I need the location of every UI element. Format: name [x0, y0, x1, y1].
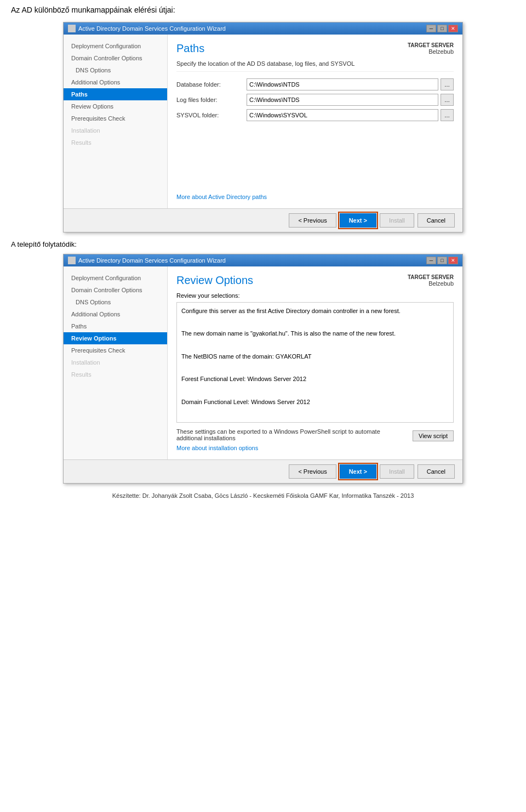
review-line-7 [181, 385, 449, 396]
review-line-6: Forest Functional Level: Windows Server … [181, 374, 449, 384]
wizard-review-window: Active Directory Domain Services Configu… [63, 254, 463, 484]
database-folder-input-wrap: … [247, 78, 454, 90]
nav-dc-options-2[interactable]: Domain Controller Options [64, 284, 167, 296]
more-about-install-link[interactable]: More about installation options [176, 445, 258, 451]
target-server-1: TARGET SERVER Belzebub [408, 42, 454, 55]
review-line-8: Domain Functional Level: Windows Server … [181, 397, 449, 407]
previous-btn-2[interactable]: < Previous [289, 464, 336, 479]
wizard-nav-2: Deployment Configuration Domain Controll… [64, 266, 168, 459]
log-folder-row: Log files folder: … [176, 94, 454, 106]
target-server-label-1: TARGET SERVER [408, 42, 454, 48]
nav-paths-1[interactable]: Paths [64, 88, 167, 100]
previous-btn-1[interactable]: < Previous [289, 213, 336, 228]
review-line-10: Additional Options: [181, 419, 449, 423]
review-line-1 [181, 317, 449, 328]
wizard-content-2: Review Options TARGET SERVER Belzebub Re… [168, 266, 462, 459]
titlebar-left-1: Active Directory Domain Services Configu… [68, 25, 226, 32]
nav-paths-2[interactable]: Paths [64, 320, 167, 332]
nav-installation-1: Installation [64, 124, 167, 137]
content-header-1: Paths TARGET SERVER Belzebub [176, 42, 454, 55]
cancel-btn-2[interactable]: Cancel [418, 464, 455, 479]
content-header-2: Review Options TARGET SERVER Belzebub [176, 274, 454, 287]
close-btn-1[interactable]: ✕ [448, 25, 458, 32]
cancel-btn-1[interactable]: Cancel [418, 213, 455, 228]
install-btn-2: Install [380, 464, 414, 479]
log-folder-browse-btn[interactable]: … [441, 94, 454, 106]
nav-dns-options-2[interactable]: DNS Options [64, 296, 167, 308]
nav-dns-options-1[interactable]: DNS Options [64, 64, 167, 76]
nav-additional-options-2[interactable]: Additional Options [64, 308, 167, 320]
window-title-2: Active Directory Domain Services Configu… [78, 257, 226, 264]
target-server-name-1: Belzebub [408, 48, 454, 55]
nav-review-options-2[interactable]: Review Options [64, 332, 167, 344]
sysvol-folder-input-wrap: … [247, 109, 454, 121]
footer-text: Készítette: Dr. Johanyák Zsolt Csaba, Gö… [11, 492, 515, 499]
window-controls-1: ─ □ ✕ [426, 25, 458, 32]
database-folder-browse-btn[interactable]: … [441, 78, 454, 90]
nav-additional-options-1[interactable]: Additional Options [64, 76, 167, 88]
nav-installation-2: Installation [64, 356, 167, 368]
review-line-4: The NetBIOS name of the domain: GYAKORLA… [181, 351, 449, 362]
wizard-body-1: Deployment Configuration Domain Controll… [64, 35, 462, 208]
wizard-content-1: Paths TARGET SERVER Belzebub Specify the… [168, 35, 462, 208]
next-btn-1[interactable]: Next > [340, 213, 376, 228]
review-content-box[interactable]: Configure this server as the first Activ… [176, 302, 454, 423]
minimize-btn-2[interactable]: ─ [426, 257, 436, 264]
sysvol-folder-label: SYSVOL folder: [176, 112, 242, 118]
review-line-9 [181, 408, 449, 418]
review-line-3 [181, 340, 449, 350]
paths-description: Specify the location of the AD DS databa… [176, 60, 454, 72]
export-row: View script These settings can be export… [176, 428, 454, 441]
install-btn-1: Install [380, 213, 414, 228]
wizard-footer-1: < Previous Next > Install Cancel [64, 208, 462, 232]
nav-results-1: Results [64, 137, 167, 149]
target-server-name-2: Belzebub [408, 280, 454, 287]
nav-results-2: Results [64, 368, 167, 381]
wizard-nav-1: Deployment Configuration Domain Controll… [64, 35, 168, 208]
section2-label: A telepítő folytatódik: [11, 240, 515, 248]
nav-dc-options-1[interactable]: Domain Controller Options [64, 52, 167, 64]
wizard-body-2: Deployment Configuration Domain Controll… [64, 266, 462, 459]
review-header: Review your selections: [176, 292, 454, 299]
wizard-footer-2: < Previous Next > Install Cancel [64, 459, 462, 483]
nav-review-options-1[interactable]: Review Options [64, 100, 167, 112]
maximize-btn-2[interactable]: □ [437, 257, 447, 264]
sysvol-folder-input[interactable] [247, 109, 438, 121]
minimize-btn-1[interactable]: ─ [426, 25, 436, 32]
page-title-1: Paths [176, 42, 204, 55]
review-line-0: Configure this server as the first Activ… [181, 306, 449, 316]
database-folder-input[interactable] [247, 78, 438, 90]
nav-prereq-check-1[interactable]: Prerequisites Check [64, 112, 167, 124]
log-folder-label: Log files folder: [176, 96, 242, 103]
export-text: These settings can be exported to a Wind… [176, 428, 385, 441]
log-folder-input[interactable] [247, 94, 438, 106]
review-line-5 [181, 362, 449, 373]
nav-prereq-check-2[interactable]: Prerequisites Check [64, 344, 167, 356]
window-icon-2 [68, 257, 76, 264]
wizard-paths-window: Active Directory Domain Services Configu… [63, 22, 463, 232]
database-folder-row: Database folder: … [176, 78, 454, 90]
review-line-2: The new domain name is "gyakorlat.hu". T… [181, 328, 449, 339]
titlebar-left-2: Active Directory Domain Services Configu… [68, 257, 226, 264]
nav-deployment-config-2[interactable]: Deployment Configuration [64, 272, 167, 284]
sysvol-folder-row: SYSVOL folder: … [176, 109, 454, 121]
log-folder-input-wrap: … [247, 94, 454, 106]
next-btn-2[interactable]: Next > [340, 464, 376, 479]
target-server-2: TARGET SERVER Belzebub [408, 274, 454, 287]
window-title-1: Active Directory Domain Services Configu… [78, 25, 226, 32]
more-about-paths-link[interactable]: More about Active Directory paths [176, 194, 267, 200]
window-controls-2: ─ □ ✕ [426, 257, 458, 264]
database-folder-label: Database folder: [176, 81, 242, 88]
page-title-2: Review Options [176, 274, 253, 287]
view-script-btn[interactable]: View script [413, 430, 454, 441]
window-icon-1 [68, 25, 76, 32]
nav-deployment-config-1[interactable]: Deployment Configuration [64, 40, 167, 52]
target-server-label-2: TARGET SERVER [408, 274, 454, 280]
titlebar-2: Active Directory Domain Services Configu… [64, 254, 462, 266]
maximize-btn-1[interactable]: □ [437, 25, 447, 32]
titlebar-1: Active Directory Domain Services Configu… [64, 22, 462, 35]
close-btn-2[interactable]: ✕ [448, 257, 458, 264]
sysvol-folder-browse-btn[interactable]: … [441, 109, 454, 121]
page-intro: Az AD különböző munkamappáinak elérési ú… [11, 5, 515, 14]
